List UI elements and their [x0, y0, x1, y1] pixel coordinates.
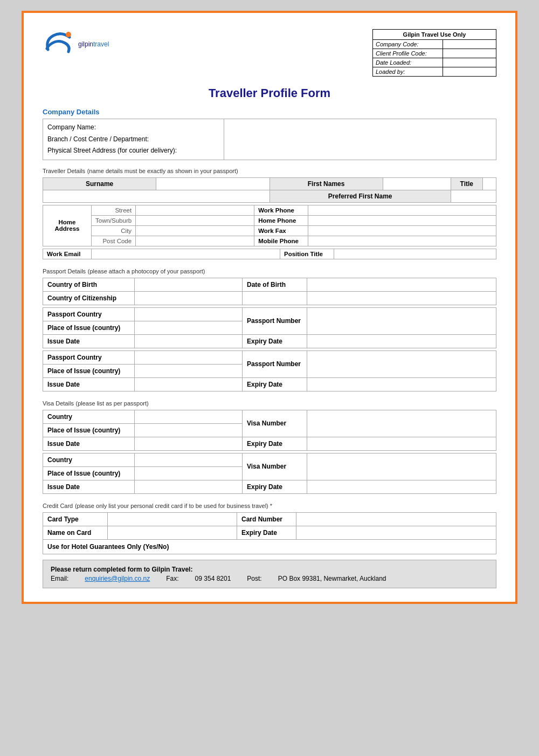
- page: gilpintravel Gilpin Travel Use Only Comp…: [22, 11, 517, 604]
- visa-place-of-issue-field-1[interactable]: [135, 423, 243, 437]
- work-phone-label: Work Phone: [254, 205, 308, 215]
- credit-card-header: Credit Card (please only list your perso…: [43, 501, 496, 510]
- country-of-citizenship-field[interactable]: [135, 291, 243, 305]
- logo: gilpintravel: [43, 29, 109, 59]
- issue-date-label-1: Issue Date: [43, 334, 135, 348]
- company-right-cell[interactable]: [224, 119, 496, 160]
- logo-icon: [43, 29, 75, 59]
- street-label: Street: [92, 205, 136, 215]
- card-type-field[interactable]: [108, 512, 237, 526]
- post-code-field[interactable]: [136, 236, 254, 246]
- home-phone-field[interactable]: [308, 215, 496, 225]
- date-loaded-label: Date Loaded:: [373, 58, 443, 67]
- position-title-label: Position Title: [280, 249, 334, 259]
- visa-number-label-1: Visa Number: [243, 410, 307, 437]
- passport-table-3: Passport Country Passport Number Place o…: [43, 350, 496, 391]
- passport-number-field-1[interactable]: [307, 307, 496, 334]
- mobile-phone-label: Mobile Phone: [254, 236, 308, 246]
- footer-fax-label: Fax:: [166, 575, 178, 582]
- street-field[interactable]: [136, 205, 254, 215]
- visa-details-header: Visa Details (please list as per passpor…: [43, 399, 496, 407]
- use-only-row: Date Loaded:: [373, 58, 496, 67]
- header: gilpintravel Gilpin Travel Use Only Comp…: [43, 29, 496, 77]
- footer-row: Email: enquiries@gilpin.co.nz Fax: 09 35…: [51, 575, 488, 582]
- city-label: City: [92, 225, 136, 236]
- traveller-name-table: Surname First Names Title Preferred Firs…: [43, 177, 496, 203]
- card-expiry-label: Expiry Date: [237, 526, 296, 539]
- place-of-issue-field-2[interactable]: [135, 364, 243, 377]
- address-phone-table: Home Address Street Work Phone Town/Subu…: [43, 205, 496, 246]
- company-code-value[interactable]: [443, 40, 496, 49]
- country-of-birth-field[interactable]: [135, 278, 243, 291]
- position-title-field[interactable]: [334, 249, 496, 259]
- logo-text: gilpintravel: [78, 40, 109, 48]
- work-email-field[interactable]: [92, 249, 280, 259]
- use-only-row: Client Profile Code:: [373, 49, 496, 58]
- home-address-label: Home Address: [43, 205, 92, 246]
- passport-country-label-2: Passport Country: [43, 350, 135, 364]
- loaded-by-value[interactable]: [443, 67, 496, 76]
- town-suburb-label: Town/Suburb: [92, 215, 136, 225]
- logo-travel: travel: [93, 40, 109, 48]
- date-of-birth-field[interactable]: [307, 278, 496, 291]
- passport-country-field-2[interactable]: [135, 350, 243, 364]
- first-names-field[interactable]: [383, 177, 451, 190]
- footer-fax: 09 354 8201: [195, 575, 231, 582]
- place-of-issue-label-2: Place of Issue (country): [43, 364, 135, 377]
- visa-number-label-2: Visa Number: [243, 453, 307, 480]
- country-of-birth-label: Country of Birth: [43, 278, 135, 291]
- hotel-guarantee-label: Use for Hotel Guarantees Only (Yes/No): [43, 539, 496, 554]
- visa-expiry-date-label-2: Expiry Date: [243, 480, 307, 493]
- mobile-phone-field[interactable]: [308, 236, 496, 246]
- card-number-field[interactable]: [296, 512, 496, 526]
- client-profile-value[interactable]: [443, 49, 496, 58]
- card-type-label: Card Type: [43, 512, 108, 526]
- title-field[interactable]: [482, 177, 496, 190]
- work-fax-field[interactable]: [308, 225, 496, 236]
- visa-country-field-1[interactable]: [135, 410, 243, 423]
- visa-expiry-date-field-1[interactable]: [307, 437, 496, 450]
- footer-email-label: Email:: [51, 575, 68, 582]
- visa-number-field-1[interactable]: [307, 410, 496, 437]
- preferred-name-field[interactable]: [451, 190, 496, 202]
- footer-email-link[interactable]: enquiries@gilpin.co.nz: [85, 575, 150, 582]
- visa-place-of-issue-field-2[interactable]: [135, 466, 243, 480]
- expiry-date-field-2[interactable]: [307, 377, 496, 391]
- visa-country-label-2: Country: [43, 453, 135, 466]
- visa-country-field-2[interactable]: [135, 453, 243, 466]
- preferred-name-header: Preferred First Name: [270, 190, 451, 202]
- country-of-citizenship-label: Country of Citizenship: [43, 291, 135, 305]
- visa-issue-date-field-1[interactable]: [135, 437, 243, 450]
- email-position-table: Work Email Position Title: [43, 249, 496, 259]
- use-only-header: Gilpin Travel Use Only: [373, 30, 496, 40]
- city-field[interactable]: [136, 225, 254, 236]
- card-number-label: Card Number: [237, 512, 296, 526]
- passport-number-label-2: Passport Number: [243, 350, 307, 377]
- town-suburb-field[interactable]: [136, 215, 254, 225]
- footer-title: Please return completed form to Gilpin T…: [51, 566, 488, 573]
- company-details-table: Company Name: Branch / Cost Centre / Dep…: [43, 119, 496, 160]
- traveller-details-header: Traveller Details (name details must be …: [43, 167, 496, 175]
- svg-point-0: [66, 32, 71, 37]
- date-loaded-value[interactable]: [443, 58, 496, 67]
- issue-date-field-1[interactable]: [135, 334, 243, 348]
- name-on-card-label: Name on Card: [43, 526, 108, 539]
- visa-number-field-2[interactable]: [307, 453, 496, 480]
- form-title: Traveller Profile Form: [43, 86, 496, 100]
- expiry-date-field-1[interactable]: [307, 334, 496, 348]
- visa-table-2: Country Visa Number Place of Issue (coun…: [43, 453, 496, 494]
- place-of-issue-field-1[interactable]: [135, 321, 243, 334]
- passport-country-field-1[interactable]: [135, 307, 243, 321]
- logo-gilpin: gilpin: [78, 40, 93, 48]
- surname-field[interactable]: [156, 177, 270, 190]
- issue-date-field-2[interactable]: [135, 377, 243, 391]
- credit-card-table: Card Type Card Number Name on Card Expir…: [43, 512, 496, 554]
- name-on-card-field[interactable]: [108, 526, 237, 539]
- work-phone-field[interactable]: [308, 205, 496, 215]
- visa-expiry-date-field-2[interactable]: [307, 480, 496, 493]
- passport-number-field-2[interactable]: [307, 350, 496, 377]
- footer-post: PO Box 99381, Newmarket, Auckland: [278, 575, 386, 582]
- company-details-header: Company Details: [43, 108, 496, 116]
- visa-issue-date-field-2[interactable]: [135, 480, 243, 493]
- card-expiry-field[interactable]: [296, 526, 496, 539]
